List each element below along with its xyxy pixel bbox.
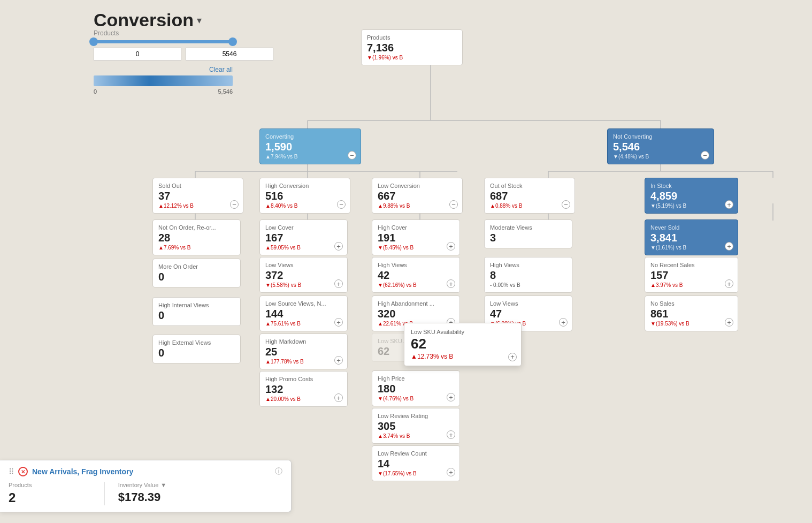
high-cover-expand-btn[interactable]: + — [447, 242, 455, 251]
page-title: Conversion — [94, 10, 194, 31]
card-high-price: High Price 180 ▼(4.76%) vs B + — [372, 370, 460, 406]
high-markdown-expand-btn[interactable]: + — [334, 356, 343, 365]
low-conversion-change: ▲9.88% vs B — [378, 203, 457, 209]
high-conversion-value: 516 — [265, 190, 344, 202]
card-high-views-out: High Views 8 - 0.00% vs B — [484, 257, 572, 293]
converting-change: ▲7.94% vs B — [265, 154, 355, 160]
low-views-expand-btn[interactable]: + — [334, 279, 343, 288]
high-abandonment-value: 320 — [378, 308, 454, 320]
bottom-panel: ⠿ ✕ New Arrivals, Frag Inventory ⓘ Produ… — [0, 460, 292, 512]
panel-title: New Arrivals, Frag Inventory — [32, 467, 133, 476]
out-of-stock-change: ▲0.88% vs B — [490, 203, 569, 209]
root-title: Products — [367, 34, 457, 41]
card-root: Products 7,136 ▼(1.96%) vs B — [361, 29, 463, 65]
not-converting-collapse-btn[interactable]: − — [701, 151, 709, 160]
tooltip-expand-btn[interactable]: + — [508, 353, 517, 361]
more-on-order-title: More On Order — [158, 263, 235, 270]
card-high-internal-views: High Internal Views 0 — [152, 297, 241, 326]
card-low-review-rating: Low Review Rating 305 ▲3.74% vs B + — [372, 408, 460, 444]
panel-divider — [104, 482, 105, 505]
low-review-count-title: Low Review Count — [378, 450, 454, 457]
never-sold-expand-btn[interactable]: + — [725, 242, 733, 251]
panel-info-icon[interactable]: ⓘ — [275, 467, 282, 476]
high-external-views-value: 0 — [158, 347, 235, 359]
high-price-expand-btn[interactable]: + — [447, 393, 455, 401]
drag-handle-icon[interactable]: ⠿ — [9, 467, 14, 476]
high-views-low-value: 42 — [378, 269, 454, 281]
no-recent-sales-title: No Recent Sales — [650, 262, 732, 268]
not-converting-value: 5,546 — [613, 141, 708, 153]
low-review-rating-value: 305 — [378, 420, 454, 432]
low-source-views-expand-btn[interactable]: + — [334, 318, 343, 327]
high-views-low-change: ▼(62.16%) vs B — [378, 282, 454, 288]
inventory-dropdown-arrow[interactable]: ▼ — [160, 482, 166, 488]
no-recent-sales-change: ▲3.97% vs B — [650, 282, 732, 288]
high-price-change: ▼(4.76%) vs B — [378, 396, 454, 401]
out-of-stock-collapse-btn[interactable]: − — [562, 200, 570, 209]
low-cover-expand-btn[interactable]: + — [334, 242, 343, 251]
low-cover-change: ▲59.05% vs B — [265, 245, 342, 251]
low-conversion-title: Low Conversion — [378, 183, 457, 189]
high-views-low-title: High Views — [378, 262, 454, 268]
card-moderate-views: Moderate Views 3 — [484, 219, 572, 248]
not-converting-title: Not Converting — [613, 133, 708, 140]
tooltip-low-sku: Low SKU Availability 62 ▲12.73% vs B + — [404, 323, 522, 366]
high-internal-views-title: High Internal Views — [158, 302, 235, 308]
panel-tag-text: ✕ — [21, 469, 25, 475]
card-low-source-views: Low Source Views, N... 144 ▲75.61% vs B … — [259, 295, 348, 331]
high-conversion-title: High Conversion — [265, 183, 344, 189]
card-more-on-order: More On Order 0 — [152, 259, 241, 287]
high-abandonment-title: High Abandonment ... — [378, 300, 454, 307]
low-conversion-value: 667 — [378, 190, 457, 202]
moderate-views-value: 3 — [490, 232, 566, 244]
no-sales-expand-btn[interactable]: + — [725, 318, 733, 327]
high-markdown-title: High Markdown — [265, 338, 342, 345]
panel-products-value: 2 — [9, 490, 91, 505]
panel-header: ⠿ ✕ New Arrivals, Frag Inventory ⓘ — [9, 467, 282, 476]
high-price-value: 180 — [378, 383, 454, 395]
converting-title: Converting — [265, 133, 355, 140]
low-review-rating-change: ▲3.74% vs B — [378, 433, 454, 439]
sold-out-collapse-btn[interactable]: − — [230, 200, 239, 209]
high-promo-costs-expand-btn[interactable]: + — [334, 393, 343, 402]
panel-products-label: Products — [9, 482, 91, 488]
panel-tag-icon: ✕ — [18, 467, 28, 476]
high-internal-views-value: 0 — [158, 309, 235, 321]
card-high-external-views: High External Views 0 — [152, 335, 241, 363]
card-high-promo-costs: High Promo Costs 132 ▲20.00% vs B + — [259, 371, 348, 407]
high-conversion-collapse-btn[interactable]: − — [337, 200, 346, 209]
no-sales-value: 861 — [650, 308, 732, 320]
card-high-views-low: High Views 42 ▼(62.16%) vs B + — [372, 257, 460, 293]
card-high-cover: High Cover 191 ▼(5.45%) vs B + — [372, 219, 460, 255]
low-conversion-collapse-btn[interactable]: − — [449, 200, 458, 209]
low-source-views-change: ▲75.61% vs B — [265, 321, 342, 327]
high-markdown-value: 25 — [265, 346, 342, 358]
high-price-title: High Price — [378, 375, 454, 382]
low-review-count-expand-btn[interactable]: + — [447, 468, 455, 476]
low-cover-value: 167 — [265, 232, 342, 244]
low-views-out-value: 47 — [490, 308, 566, 320]
card-not-converting: Not Converting 5,546 ▼(4.48%) vs B − — [607, 128, 714, 164]
high-conversion-change: ▲8.40% vs B — [265, 203, 344, 209]
low-review-rating-expand-btn[interactable]: + — [447, 430, 455, 439]
title-dropdown-icon[interactable]: ▾ — [197, 14, 202, 26]
inventory-label-text: Inventory Value — [118, 482, 159, 488]
out-of-stock-title: Out of Stock — [490, 183, 569, 189]
inventory-value: $178.39 — [118, 490, 282, 504]
panel-products-section: Products 2 — [9, 482, 91, 505]
high-external-views-title: High External Views — [158, 339, 235, 346]
low-views-out-expand-btn[interactable]: + — [559, 318, 568, 327]
converting-collapse-btn[interactable]: − — [348, 151, 356, 160]
high-views-low-expand-btn[interactable]: + — [447, 279, 455, 288]
inventory-label: Inventory Value ▼ — [118, 482, 282, 488]
card-low-views: Low Views 372 ▼(5.58%) vs B + — [259, 257, 348, 293]
sold-out-change: ▲12.12% vs B — [158, 203, 238, 209]
high-markdown-change: ▲177.78% vs B — [265, 359, 342, 365]
tooltip-value: 62 — [411, 336, 515, 352]
low-views-out-title: Low Views — [490, 300, 566, 307]
not-converting-change: ▼(4.48%) vs B — [613, 154, 708, 160]
no-recent-sales-expand-btn[interactable]: + — [725, 279, 733, 288]
not-on-order-value: 28 — [158, 232, 235, 244]
in-stock-expand-btn[interactable]: + — [725, 200, 733, 209]
no-recent-sales-value: 157 — [650, 269, 732, 281]
